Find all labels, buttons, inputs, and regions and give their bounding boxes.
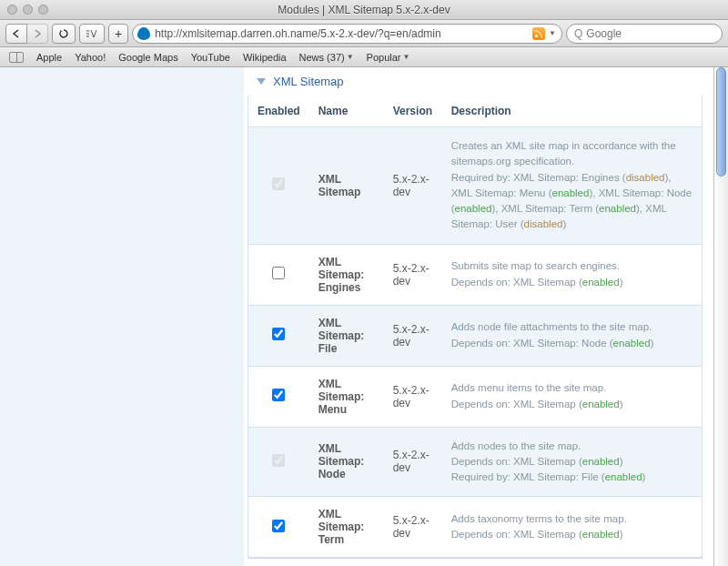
page-content: XML Sitemap Enabled Name Version Descrip… [0,67,713,566]
col-version: Version [384,96,442,127]
back-button[interactable] [5,24,27,44]
bookmark-item[interactable]: YouTube [191,52,230,63]
modules-table: Enabled Name Version Description XML Sit… [248,96,702,558]
bookmark-label: YouTube [191,52,230,63]
module-name: XML Sitemap [309,127,384,245]
table-row: XML Sitemap: Term5.x-2.x-devAdds taxonom… [248,497,702,558]
collapse-triangle-icon[interactable] [257,78,266,85]
bookmark-label: Wikipedia [243,52,287,63]
bookmark-label: Google Maps [118,52,177,63]
search-input[interactable] [586,27,714,40]
table-row: XML Sitemap: Engines5.x-2.x-devSubmits s… [248,244,702,305]
search-bar[interactable]: Q [566,24,723,44]
module-name: XML Sitemap: Node [309,427,384,497]
scrollbar-thumb[interactable] [716,67,726,177]
bookmark-item[interactable]: Apple [36,52,62,63]
table-row: XML Sitemap: Menu5.x-2.x-devAdds menu it… [248,366,702,427]
bookmark-label: Apple [36,52,62,63]
module-version: 5.x-2.x-dev [384,366,442,427]
nav-buttons [5,24,48,44]
enable-checkbox[interactable] [272,328,285,340]
chevron-down-icon: ▼ [403,53,410,61]
module-description: Adds menu items to the site map.Depends … [442,366,702,427]
section-title[interactable]: XML Sitemap [273,75,344,88]
search-icon: Q [574,27,582,40]
module-name: XML Sitemap: Menu [309,366,384,427]
module-description: Adds nodes to the site map.Depends on: X… [442,427,702,497]
module-name: XML Sitemap: Term [309,497,384,558]
bookmarks-bar: AppleYahoo!Google MapsYouTubeWikipediaNe… [0,47,728,67]
chevron-down-icon[interactable]: ▼ [549,29,556,37]
enable-checkbox [272,454,285,467]
col-enabled: Enabled [248,96,309,127]
url-text: http://xmlsitemap.darren.oh.name/5.x-2.x… [155,27,532,40]
enable-checkbox[interactable] [272,520,285,532]
bookmark-item[interactable]: Popular▼ [367,52,410,63]
bookmark-item[interactable]: News (37)▼ [299,52,354,63]
action-button[interactable] [79,24,105,44]
forward-button[interactable] [27,24,48,44]
enable-checkbox[interactable] [272,267,285,279]
module-version: 5.x-2.x-dev [384,244,442,305]
address-bar[interactable]: http://xmlsitemap.darren.oh.name/5.x-2.x… [132,24,562,44]
bookmark-item[interactable]: Wikipedia [243,52,287,63]
window-title: Modules | XML Sitemap 5.x-2.x-dev [0,4,728,16]
module-description: Creates an XML site map in accordance wi… [442,127,702,245]
browser-toolbar: + http://xmlsitemap.darren.oh.name/5.x-2… [0,20,728,47]
bookmarks-icon[interactable] [9,52,24,63]
enable-checkbox [272,177,285,190]
table-row: XML Sitemap5.x-2.x-devCreates an XML sit… [248,127,702,245]
section-header[interactable]: XML Sitemap [244,67,713,96]
module-description: Submits site map to search engines.Depen… [442,244,702,305]
reload-button[interactable] [52,24,76,44]
main-column: XML Sitemap Enabled Name Version Descrip… [244,67,713,566]
bookmark-label: News (37) [299,52,345,63]
rss-icon[interactable] [532,27,545,40]
bookmark-label: Yahoo! [75,52,106,63]
add-button[interactable]: + [108,24,128,44]
table-row: XML Sitemap: File5.x-2.x-devAdds node fi… [248,305,702,366]
module-version: 5.x-2.x-dev [384,497,442,558]
bookmark-label: Popular [367,52,401,63]
module-name: XML Sitemap: File [309,305,384,366]
module-name: XML Sitemap: Engines [309,244,384,305]
module-version: 5.x-2.x-dev [384,427,442,497]
window-titlebar: Modules | XML Sitemap 5.x-2.x-dev [0,0,728,20]
sidebar-column [0,67,244,566]
module-description: Adds taxonomy terms to the site map.Depe… [442,497,702,558]
module-version: 5.x-2.x-dev [384,305,442,366]
col-description: Description [442,96,702,127]
col-name: Name [309,96,384,127]
vertical-scrollbar[interactable] [713,67,728,566]
module-description: Adds node file attachments to the site m… [442,305,702,366]
chevron-down-icon: ▼ [347,53,354,61]
module-version: 5.x-2.x-dev [384,127,442,245]
enable-checkbox[interactable] [272,389,285,401]
bookmark-item[interactable]: Google Maps [118,52,177,63]
table-row: XML Sitemap: Node5.x-2.x-devAdds nodes t… [248,427,702,497]
bookmark-item[interactable]: Yahoo! [75,52,106,63]
drupal-icon [136,26,151,41]
